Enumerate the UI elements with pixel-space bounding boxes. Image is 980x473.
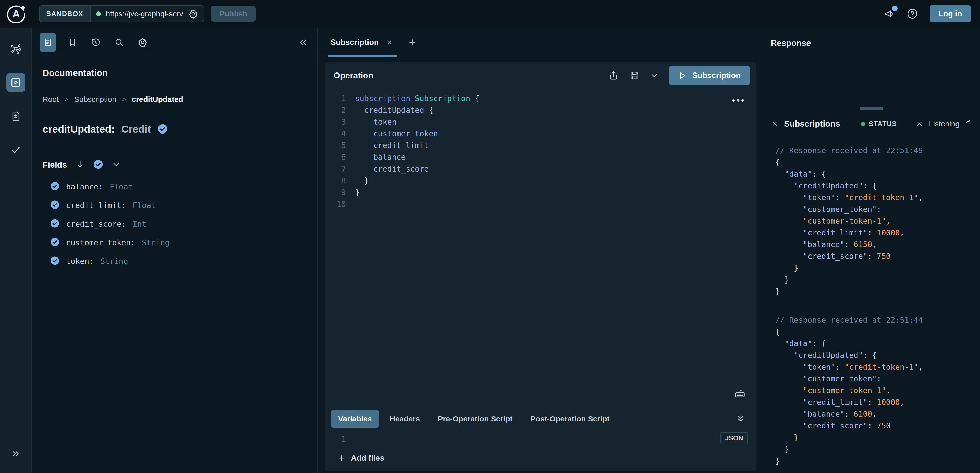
new-tab-button[interactable] [406,38,418,47]
code-line: 2 creditUpdated { [325,104,756,116]
breadcrumb-item[interactable]: Root [43,95,59,104]
drag-handle[interactable] [860,107,883,110]
endpoint-url-input[interactable]: https://jvc-graphql-serv [106,10,183,18]
breadcrumb: Root>Subscription>creditUpdated [43,95,307,104]
connection-settings-gear-icon[interactable] [188,9,198,19]
changelog-icon[interactable] [6,107,25,126]
field-item[interactable]: customer_token: String [43,237,307,248]
subscription-responses[interactable]: // Response received at 22:51:49{ "data"… [763,137,980,473]
code-token: "customer-token-1" [775,386,886,395]
bottom-tab-pre-operation-script[interactable]: Pre-Operation Script [431,410,520,428]
code-token: "credit-token-1" [845,193,918,202]
code-token: : [835,363,845,371]
code-token: : { [812,169,826,178]
checks-icon[interactable] [6,140,25,159]
bottom-tab-headers[interactable]: Headers [383,410,427,428]
workspace: Subscription Operation [318,28,762,473]
check-badge-icon[interactable] [94,159,103,170]
fields-label: Fields [43,160,67,170]
gear-icon[interactable] [136,37,149,48]
code-text: credit_score [355,164,429,173]
stop-listening-icon[interactable] [916,120,923,127]
field-item[interactable]: credit_score: Int [43,219,307,229]
subscriptions-title: Subscriptions [784,119,840,129]
field-type-link[interactable]: String [142,238,169,247]
apollo-logo[interactable]: A [0,0,32,27]
check-badge-icon[interactable] [158,124,168,135]
response-panel: Response Subscriptions STATUS Listening [762,28,980,473]
publish-button[interactable]: Publish [211,6,256,22]
notification-dot [892,6,897,11]
share-icon[interactable] [608,70,619,81]
add-files-label: Add files [351,454,384,463]
code-token: customer_token [355,129,438,138]
search-icon[interactable] [113,37,126,48]
history-icon[interactable] [89,37,102,48]
code-token: , [900,398,904,407]
chevron-down-icon[interactable] [112,160,121,170]
expand-right-icon[interactable] [6,444,25,463]
code-token: 6150 [854,240,872,249]
indent-guide [378,117,379,176]
tab-subscription[interactable]: Subscription [326,28,399,57]
documentation-icon[interactable] [40,33,56,52]
code-line: 6 balance [325,151,756,163]
response-line: "balance": 6150, [775,240,977,252]
operation-header: Operation [325,62,756,89]
response-line: } [775,275,977,287]
field-type-link[interactable]: Int [133,220,146,228]
bottom-tab-variables[interactable]: Variables [331,410,379,428]
field-type-link[interactable]: Float [110,182,133,191]
collapse-down-icon[interactable] [734,413,747,425]
add-files-button[interactable]: Add files [325,445,756,471]
code-line: 9} [325,186,756,198]
check-badge-icon[interactable] [50,200,59,210]
arrow-down-icon[interactable] [76,160,85,170]
code-token: : { [863,181,877,190]
check-badge-icon[interactable] [50,237,59,248]
save-icon[interactable] [629,70,640,81]
check-badge-icon[interactable] [50,256,59,266]
operation-editor[interactable]: 1subscription Subscription {2 creditUpda… [325,89,756,406]
keyboard-icon[interactable] [732,387,747,400]
code-token: , [886,386,891,395]
code-token: } [355,188,360,197]
endpoint-bar: SANDBOX https://jvc-graphql-serv [39,5,204,22]
code-token: } [775,456,780,465]
variables-editor[interactable]: 1 JSON [325,431,756,445]
ellipsis-icon[interactable]: ••• [730,95,747,105]
field-item[interactable]: credit_limit: Float [43,200,307,210]
json-mode-badge[interactable]: JSON [721,432,748,444]
bookmark-icon[interactable] [66,37,79,48]
code-token: 6100 [854,409,872,418]
explorer-icon[interactable] [6,73,25,92]
field-heading-type-link[interactable]: Credit [121,124,151,135]
play-icon [678,71,687,80]
graph-icon[interactable] [6,39,25,58]
code-token: "credit_limit" [775,228,867,237]
field-type-link[interactable]: Float [133,201,156,210]
run-subscription-button[interactable]: Subscription [669,66,750,85]
save-options-chevron-down-icon[interactable] [650,71,659,80]
code-token: balance [355,153,406,162]
announcements-megaphone-icon[interactable] [884,8,895,19]
code-token: "data" [775,169,812,178]
close-subscriptions-icon[interactable] [771,120,778,127]
breadcrumb-item[interactable]: Subscription [74,95,116,104]
collapse-left-icon[interactable] [296,37,310,48]
help-icon[interactable] [907,8,918,19]
breadcrumb-item[interactable]: creditUpdated [132,95,183,104]
field-type-link[interactable]: String [100,257,128,266]
login-button[interactable]: Log in [930,5,971,22]
bottom-tab-post-operation-script[interactable]: Post-Operation Script [523,410,617,428]
top-header: A SANDBOX https://jvc-graphql-serv Publi… [0,0,980,28]
operation-title: Operation [334,71,373,80]
field-item[interactable]: token: String [43,256,307,266]
line-number: 9 [325,188,355,197]
check-badge-icon[interactable] [50,219,59,229]
close-tab-icon[interactable] [384,38,395,46]
response-comment: // Response received at 22:51:44 [775,315,977,327]
field-item[interactable]: balance: Float [43,182,307,192]
check-badge-icon[interactable] [50,182,59,192]
code-token: "credit-token-1" [845,363,918,371]
